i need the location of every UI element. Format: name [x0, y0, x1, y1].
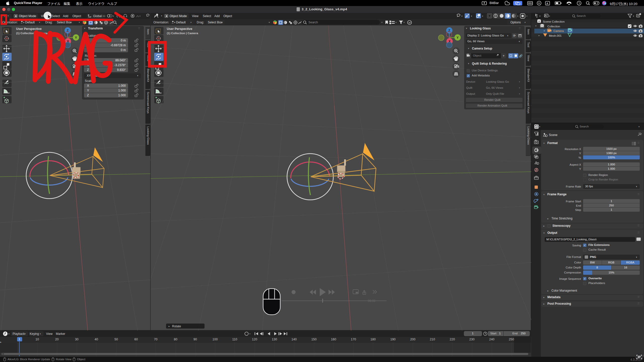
- svg-text:Rotate: Rotate: [172, 325, 181, 328]
- svg-text:▾: ▾: [482, 15, 483, 17]
- svg-text:▾: ▾: [404, 21, 405, 24]
- svg-text:▾: ▾: [539, 15, 541, 17]
- svg-text:▾: ▾: [139, 15, 141, 17]
- svg-text:▾: ▾: [526, 15, 528, 17]
- svg-text:▾: ▾: [8, 333, 10, 335]
- svg-text:A: A: [546, 2, 548, 5]
- svg-text:▾: ▾: [517, 15, 518, 17]
- svg-text:▾: ▾: [269, 21, 270, 24]
- svg-text:▾: ▾: [633, 15, 634, 17]
- svg-text:▾: ▾: [395, 21, 397, 24]
- svg-text:▾: ▾: [539, 125, 540, 128]
- svg-text:▸: ▸: [169, 325, 170, 328]
- svg-text:▾: ▾: [113, 15, 114, 17]
- svg-text:▾: ▾: [249, 333, 251, 335]
- svg-text:▾: ▾: [471, 15, 472, 17]
- svg-text:▾: ▾: [381, 21, 383, 24]
- svg-text:▾: ▾: [461, 15, 463, 17]
- svg-text:▾: ▾: [104, 15, 105, 17]
- svg-text:06:03: 06:03: [368, 299, 375, 303]
- svg-text:▾: ▾: [79, 21, 80, 24]
- svg-text:▾: ▾: [549, 15, 550, 17]
